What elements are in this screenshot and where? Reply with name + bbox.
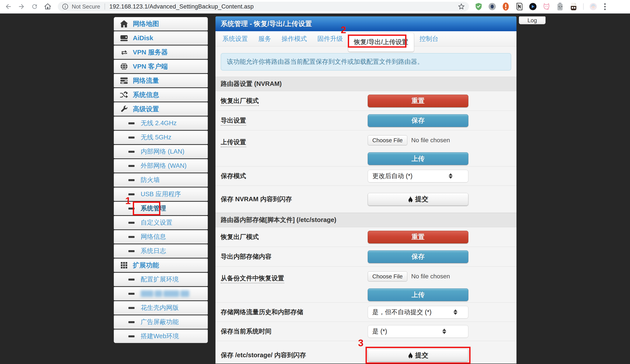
save-button[interactable]: 保存 [368,250,468,263]
row-save-mode: 保存模式 更改后自动 (*) [216,167,516,186]
sidebar-item-label: 系统日志 [141,247,166,255]
tab-operation-mode[interactable]: 操作模式 [276,34,312,43]
extension-eye-button[interactable] [488,3,496,10]
sidebar-item-system-log[interactable]: 系统日志 [114,244,208,258]
extension-player-button[interactable] [529,3,537,10]
browser-toolbar: Not Secure 192.168.123.1/Advanced_Settin… [0,0,630,13]
section-title: 路由器设置 (NVRAM) [221,80,282,88]
sidebar-item-label: 网络地图 [133,19,159,28]
upload-button[interactable]: 上传 [368,288,468,301]
sidebar-item-extensions[interactable]: 扩展功能 [114,258,208,272]
reset-button[interactable]: 重置 [368,231,468,243]
choose-file-button[interactable]: Choose File [368,135,407,145]
sidebar-item-label: 花生壳内网版 [141,304,179,312]
gray-circle-icon [488,3,496,10]
select-arrows-icon [424,329,464,334]
sidebar-item-label: 系统管理 [141,204,166,213]
address-bar[interactable]: Not Secure 192.168.123.1/Advanced_Settin… [58,2,469,11]
row-save-system-time: 保存当前系统时间 是 (*) [216,322,516,341]
extension-shield-button[interactable] [475,3,482,10]
sidebar-item-label: 防火墙 [141,176,160,184]
home-button[interactable] [43,2,52,11]
sidebar-item-usb-apps[interactable]: USB 应用程序 [114,187,208,201]
section-header-nvram: 路由器设置 (NVRAM) [216,77,516,91]
file-status-text: No file chosen [411,273,450,280]
sidebar-nav: 网络地图 AiDisk VPN 服务器 VPN 客户端 网络流量 [114,17,208,344]
dash-icon [128,293,134,295]
sidebar-item-lan[interactable]: 内部网络 (LAN) [114,145,208,158]
save-button[interactable]: 保存 [368,114,468,127]
row-label: 恢复出厂模式 [221,97,368,105]
row-label: 导出内部存储内容 [221,252,368,261]
sidebar-item-redacted[interactable] [114,287,208,300]
toolbar-separator [583,3,584,10]
sidebar-item-wireless-5ghz[interactable]: 无线 5GHz [114,131,208,144]
router-admin-page: 网络地图 AiDisk VPN 服务器 VPN 客户端 网络流量 [0,13,630,364]
profile-avatar-button[interactable] [589,3,597,10]
sidebar-item-firewall[interactable]: 防火墙 [114,173,208,187]
tab-services[interactable]: 服务 [253,34,276,43]
sidebar-item-ad-blocking[interactable]: 广告屏蔽功能 [114,315,208,329]
sidebar-item-network-info[interactable]: 网络信息 [114,230,208,244]
extension-battery-button[interactable] [556,3,564,10]
sidebar-item-label: 系统信息 [133,90,159,99]
forward-button[interactable] [16,2,26,11]
save-mode-select[interactable]: 更改后自动 (*) [368,170,468,182]
log-button[interactable]: Log [519,16,546,24]
sidebar-item-web-environment[interactable]: 搭建Web环境 [114,330,208,343]
save-time-select[interactable]: 是 (*) [368,325,468,338]
row-factory-reset: 恢复出厂模式 重置 [216,91,516,111]
commit-nvram-button[interactable]: 提交 [368,193,468,206]
bookmark-star-button[interactable] [458,3,465,10]
sidebar-item-vpn-server[interactable]: VPN 服务器 [114,45,208,59]
sidebar-item-label: 扩展功能 [133,261,159,270]
select-arrows-icon [446,309,464,315]
extension-cat-button[interactable] [542,3,550,10]
sidebar-item-label: VPN 客户端 [133,62,168,71]
main-content-panel: 系统管理 - 恢复/导出/上传设置 系统设置 服务 操作模式 固件升级 恢复/导… [216,16,516,364]
security-status[interactable]: Not Secure [62,3,100,10]
sidebar-item-custom-settings[interactable]: 自定义设置 [114,216,208,229]
sidebar-item-label: 网络信息 [141,232,166,241]
dash-icon [128,193,134,195]
sidebar-item-system-info[interactable]: 系统信息 [114,88,208,102]
extension-notion-button[interactable] [516,3,523,10]
upload-button[interactable]: 上传 [368,152,468,165]
sidebar-item-network-traffic[interactable]: 网络流量 [114,74,208,87]
play-circle-icon [529,3,537,10]
browser-menu-button[interactable] [604,3,606,10]
select-value: 更改后自动 (*) [372,172,436,181]
tab-firmware-upgrade[interactable]: 固件升级 [312,34,348,43]
sidebar-item-aidisk[interactable]: AiDisk [114,31,208,45]
tab-console[interactable]: 控制台 [414,34,444,43]
sidebar-item-network-map[interactable]: 网络地图 [114,17,208,31]
extension-alert-button[interactable] [502,3,510,10]
sidebar-item-label: 搭建Web环境 [141,332,179,341]
sidebar-item-vpn-client[interactable]: VPN 客户端 [114,60,208,73]
file-status-text: No file chosen [411,137,450,144]
reload-button[interactable] [30,2,40,11]
sidebar-item-configure-extension-env[interactable]: 配置扩展环境 [114,273,208,286]
sidebar-item-label: VPN 服务器 [133,48,168,57]
commit-storage-button[interactable]: 提交 [368,349,468,362]
select-value: 是 (*) [372,327,424,336]
sidebar-item-peanut-shell[interactable]: 花生壳内网版 [114,301,208,315]
url-text[interactable]: 192.168.123.1/Advanced_SettingBackup_Con… [110,3,458,10]
reset-button[interactable]: 重置 [368,95,468,107]
extension-mask-button[interactable] [570,3,578,10]
grid-icon [120,262,128,269]
dash-icon [128,335,134,337]
shuffle-icon [120,91,128,98]
choose-file-button[interactable]: Choose File [368,271,407,281]
sidebar-item-label: USB 应用程序 [141,190,181,199]
sidebar-item-advanced-settings[interactable]: 高级设置 [114,102,208,116]
tab-system-settings[interactable]: 系统设置 [217,34,253,43]
traffic-history-select[interactable]: 是，但不自动提交 (*) [368,306,468,319]
row-commit-storage: 保存 /etc/storage/ 内容到闪存 提交 3 [216,341,516,364]
sidebar-item-wan[interactable]: 外部网络 (WAN) [114,159,208,173]
extensions-strip [475,3,610,10]
sidebar-item-wireless-24ghz[interactable]: 无线 2.4GHz [114,116,208,130]
tab-restore-export-upload[interactable]: 恢复/导出/上传设置 2 [348,32,414,52]
sidebar-item-system-management[interactable]: 系统管理 1 [114,202,208,215]
back-button[interactable] [4,2,13,11]
